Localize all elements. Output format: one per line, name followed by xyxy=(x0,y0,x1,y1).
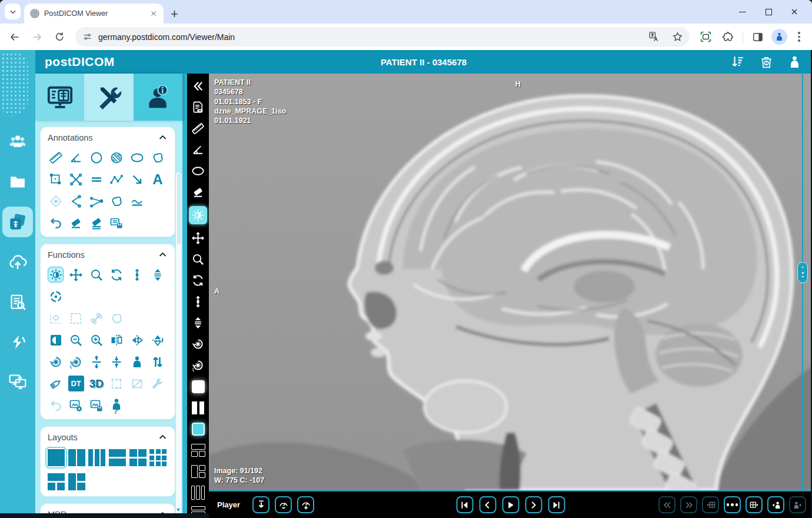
browser-tab[interactable]: PostDICOM Viewer xyxy=(24,4,164,24)
undo-function-button[interactable] xyxy=(48,397,64,413)
trash-icon[interactable] xyxy=(758,54,774,70)
previous-stack-button[interactable] xyxy=(702,496,719,513)
collapse-layouts-icon[interactable] xyxy=(158,432,168,442)
clear-region-tool[interactable] xyxy=(129,376,145,391)
freehand-region-tool[interactable] xyxy=(109,310,125,326)
magic-select-tool[interactable] xyxy=(68,310,84,326)
export-cine-button[interactable] xyxy=(252,496,269,513)
tab-search-button[interactable] xyxy=(5,4,21,19)
scroll-tool[interactable] xyxy=(129,267,145,283)
save-image-button[interactable] xyxy=(88,397,104,413)
layout-1x1-quick[interactable] xyxy=(189,379,207,394)
maximize-button[interactable] xyxy=(756,0,781,24)
closed-region-tool[interactable] xyxy=(109,193,125,209)
previous-patient-button[interactable] xyxy=(767,496,784,513)
last-image-button[interactable] xyxy=(548,496,565,513)
patient-orientation-button[interactable] xyxy=(129,354,145,370)
window-level-tool-quick[interactable] xyxy=(189,206,207,224)
spline-tool[interactable] xyxy=(129,193,145,209)
sidebar-item-remote-monitors[interactable] xyxy=(2,367,33,397)
erase-all-annotations-button[interactable] xyxy=(88,215,104,231)
next-stack-button[interactable] xyxy=(746,496,763,513)
invert-tool[interactable] xyxy=(48,332,64,348)
cross-lines-tool[interactable] xyxy=(68,171,84,187)
next-series-button[interactable] xyxy=(680,496,697,513)
reload-icon[interactable] xyxy=(51,28,68,46)
address-bar[interactable]: germany.postdicom.com/Viewer/Main xyxy=(75,27,690,47)
play-button[interactable] xyxy=(502,496,519,513)
expand-vertical-button[interactable] xyxy=(88,354,104,370)
report-preview-tool[interactable] xyxy=(189,100,207,115)
zoom-in-button[interactable] xyxy=(88,332,104,348)
collapse-annotations-icon[interactable] xyxy=(158,132,168,142)
zoom-out-button[interactable] xyxy=(68,332,84,348)
mirror-button[interactable] xyxy=(129,332,145,348)
layout-1-plus-2-quick[interactable] xyxy=(189,464,207,479)
scroll-down-icon[interactable] xyxy=(177,509,180,513)
layout-1x3[interactable] xyxy=(88,449,105,466)
select-region-tool[interactable] xyxy=(109,376,125,391)
save-annotations-button[interactable] xyxy=(109,215,125,231)
undo-annotation-button[interactable] xyxy=(48,215,64,231)
dt-tool[interactable]: DT xyxy=(68,376,84,391)
export-image-button[interactable] xyxy=(68,397,84,413)
anonymize-patient-button[interactable]: ? xyxy=(109,397,125,413)
rotate-reset-quick[interactable] xyxy=(189,337,207,351)
ruler-tool[interactable] xyxy=(48,150,64,165)
tag-browser-button[interactable] xyxy=(48,376,64,391)
cobb-angle-tool[interactable] xyxy=(88,193,104,209)
first-image-button[interactable] xyxy=(456,496,473,513)
stack-scroll-tool-quick[interactable] xyxy=(189,316,207,330)
erase-annotation-button[interactable] xyxy=(68,215,84,231)
flip-horizontal-button[interactable] xyxy=(109,332,125,348)
rotate-tool[interactable] xyxy=(109,267,125,283)
collapse-panel-icon[interactable] xyxy=(189,79,207,94)
url-text[interactable]: germany.postdicom.com/Viewer/Main xyxy=(98,32,639,42)
circle-tool[interactable] xyxy=(88,150,104,165)
screen-capture-icon[interactable] xyxy=(697,28,714,46)
layout-current-quick[interactable] xyxy=(189,421,207,436)
sidebar-item-folders[interactable] xyxy=(2,167,33,197)
minimize-button[interactable] xyxy=(730,0,756,24)
collapse-vertical-button[interactable] xyxy=(109,354,125,370)
shaded-circle-tool[interactable] xyxy=(109,150,125,165)
stack-scroll-tool[interactable] xyxy=(149,267,165,283)
layout-2x1[interactable] xyxy=(109,449,126,466)
dicom-viewport[interactable]: PATIENT II 0345678 01.01.1853 - F dzne_M… xyxy=(209,74,812,490)
freehand-tool[interactable] xyxy=(149,150,165,165)
layout-1-over-2[interactable] xyxy=(48,473,65,490)
collapse-functions-icon[interactable] xyxy=(158,250,168,260)
arrow-tool[interactable] xyxy=(129,171,145,187)
layout-1x2-quick[interactable] xyxy=(189,400,207,415)
close-button[interactable] xyxy=(781,0,807,24)
slower-button[interactable] xyxy=(275,496,292,513)
tab-patient-info[interactable] xyxy=(134,74,182,121)
sidebar-item-worklist-search[interactable] xyxy=(2,287,33,317)
sort-icon[interactable] xyxy=(730,54,746,70)
previous-image-button[interactable] xyxy=(479,496,496,513)
scroll-tool-quick[interactable] xyxy=(189,294,207,309)
rotate-tool-quick[interactable] xyxy=(189,273,207,288)
translate-icon[interactable] xyxy=(645,28,663,46)
previous-series-button[interactable] xyxy=(658,496,675,513)
faster-button[interactable] xyxy=(297,496,314,513)
repair-tool[interactable] xyxy=(149,376,165,391)
side-panel-icon[interactable] xyxy=(749,28,767,46)
polyline-tool[interactable] xyxy=(109,171,125,187)
rectangle-roi-tool[interactable] xyxy=(48,171,64,187)
layout-1x2[interactable] xyxy=(68,449,85,466)
ellipse-tool[interactable] xyxy=(129,150,145,165)
account-icon[interactable] xyxy=(786,54,803,70)
ellipse-tool-quick[interactable] xyxy=(189,164,207,178)
tab-tools[interactable] xyxy=(84,74,133,121)
parallel-lines-tool[interactable] xyxy=(88,171,104,187)
eraser-tool-quick[interactable] xyxy=(189,185,207,200)
browser-menu-icon[interactable] xyxy=(792,32,806,42)
sort-series-button[interactable] xyxy=(149,354,165,370)
extensions-icon[interactable] xyxy=(719,28,737,46)
layout-1x1[interactable] xyxy=(48,449,65,466)
text-annotation-tool[interactable]: A xyxy=(149,171,165,187)
pan-tool[interactable] xyxy=(68,267,84,283)
sidebar-item-studies[interactable] xyxy=(2,207,33,237)
layout-1-plus-2[interactable] xyxy=(68,473,85,490)
